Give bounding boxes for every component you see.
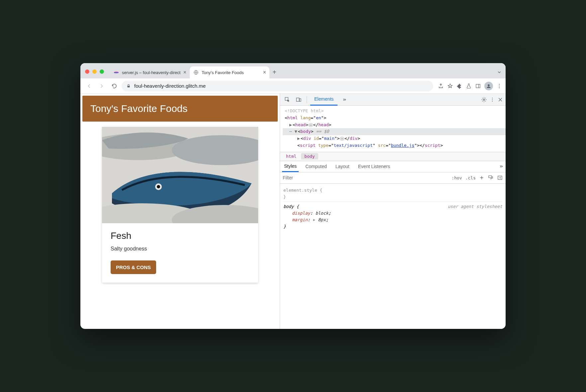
settings-icon[interactable] — [481, 97, 487, 103]
body-rule[interactable]: user agent stylesheet body { display: bl… — [283, 202, 502, 232]
reload-button[interactable] — [109, 81, 120, 91]
html-open-row[interactable]: <html lang="en"> — [283, 115, 506, 122]
svg-point-21 — [492, 101, 493, 101]
div-main-row[interactable]: ▶<div id="main">⋯</div> — [283, 135, 506, 142]
more-panels-icon[interactable] — [340, 95, 349, 104]
svg-rect-2 — [476, 84, 480, 88]
pros-cons-button[interactable]: PROS & CONS — [111, 260, 156, 274]
svg-point-5 — [499, 84, 500, 84]
styles-subtabs: Styles Computed Layout Event Listeners — [280, 161, 506, 172]
element-style-rule[interactable]: element.style { } — [283, 186, 502, 202]
crumb-html[interactable]: html — [283, 153, 300, 159]
extensions-icon[interactable] — [456, 83, 462, 89]
computed-tab[interactable]: Computed — [303, 161, 329, 172]
window-controls — [85, 69, 104, 74]
script-row[interactable]: <script type="text/javascript" src="bund… — [283, 142, 506, 149]
tab-serverjs[interactable]: server.js – foul-heavenly-direct × — [110, 66, 190, 78]
card-body: Fesh Salty goodness PROS & CONS — [102, 223, 258, 283]
browser-window: server.js – foul-heavenly-direct × Tony'… — [80, 63, 506, 329]
head-row[interactable]: ▶<head>⋯</head> — [283, 122, 506, 129]
share-icon[interactable] — [438, 83, 444, 89]
paint-icon[interactable] — [488, 175, 494, 181]
layout-tab[interactable]: Layout — [334, 161, 351, 172]
svg-point-12 — [157, 185, 160, 188]
cls-toggle[interactable]: .cls — [465, 175, 476, 180]
elements-tab[interactable]: Elements — [310, 94, 338, 106]
svg-point-7 — [499, 87, 500, 88]
back-button[interactable] — [84, 81, 94, 91]
elements-breadcrumb: html body — [280, 152, 506, 161]
doctype-row[interactable]: <!DOCTYPE html> — [283, 108, 506, 115]
menu-icon[interactable] — [496, 83, 502, 89]
svg-rect-16 — [296, 98, 299, 101]
svg-rect-22 — [489, 176, 492, 178]
toolbar: foul-heavenly-direction.glitch.me — [80, 78, 506, 94]
stylesheet-source: user agent stylesheet — [448, 203, 502, 210]
devtools-panel: Elements <!DOCTYPE html> <html lang="en"… — [280, 94, 506, 329]
kebab-icon[interactable] — [490, 97, 495, 102]
styles-tab[interactable]: Styles — [282, 161, 299, 172]
food-card: Fesh Salty goodness PROS & CONS — [102, 127, 258, 283]
svg-point-18 — [483, 99, 485, 100]
card-title: Fesh — [111, 231, 249, 241]
url-text: foul-heavenly-direction.glitch.me — [134, 83, 206, 89]
styles-filter-input[interactable] — [283, 175, 448, 180]
styles-rules[interactable]: element.style { } user agent stylesheet … — [280, 184, 506, 329]
address-bar[interactable]: foul-heavenly-direction.glitch.me — [122, 81, 433, 91]
tab-title: Tony's Favorite Foods — [202, 70, 260, 75]
body-row-selected[interactable]: ⋯ ▼<body> == $0 — [283, 128, 506, 135]
styles-more-icon[interactable] — [498, 164, 504, 169]
minimize-window-icon[interactable] — [92, 69, 97, 74]
tab-bar: server.js – foul-heavenly-direct × Tony'… — [80, 63, 506, 78]
star-icon[interactable] — [447, 83, 453, 89]
food-image — [102, 127, 258, 223]
svg-point-20 — [492, 99, 493, 100]
globe-favicon-icon — [193, 69, 199, 75]
svg-rect-1 — [128, 86, 130, 87]
svg-rect-17 — [299, 99, 301, 101]
new-tab-button[interactable]: + — [269, 67, 279, 77]
sidepanel-icon[interactable] — [475, 83, 481, 89]
profile-avatar[interactable] — [484, 82, 493, 90]
svg-point-19 — [492, 98, 493, 98]
tabs: server.js – foul-heavenly-direct × Tony'… — [110, 66, 496, 78]
new-rule-icon[interactable] — [479, 175, 484, 180]
svg-point-6 — [499, 85, 500, 86]
tab-favorite-foods[interactable]: Tony's Favorite Foods × — [190, 66, 269, 78]
lock-icon — [126, 84, 131, 88]
elements-tree[interactable]: <!DOCTYPE html> <html lang="en"> ▶<head>… — [280, 106, 506, 152]
page-header: Tony's Favorite Foods — [82, 96, 278, 122]
close-devtools-icon[interactable] — [498, 97, 503, 102]
maximize-window-icon[interactable] — [100, 69, 104, 74]
devtools-toolbar: Elements — [280, 94, 506, 106]
close-tab-icon[interactable]: × — [183, 69, 186, 75]
svg-point-4 — [488, 84, 490, 86]
close-window-icon[interactable] — [85, 69, 89, 74]
devtools-body: <!DOCTYPE html> <html lang="en"> ▶<head>… — [280, 106, 506, 329]
event-listeners-tab[interactable]: Event Listeners — [356, 161, 392, 172]
close-tab-icon[interactable]: × — [263, 69, 266, 75]
card-description: Salty goodness — [111, 246, 249, 252]
device-toggle-icon[interactable] — [294, 95, 303, 104]
devtools-right-controls — [481, 97, 503, 103]
page-viewport[interactable]: Tony's Favorite Foods — [80, 94, 280, 329]
tab-dropdown-icon[interactable] — [496, 69, 502, 75]
toolbar-actions — [438, 82, 502, 90]
hov-toggle[interactable]: :hov — [451, 175, 462, 180]
forward-button[interactable] — [96, 81, 107, 91]
crumb-body[interactable]: body — [301, 153, 318, 159]
inspect-icon[interactable] — [283, 95, 292, 104]
content-area: Tony's Favorite Foods — [80, 94, 506, 329]
divider — [307, 96, 307, 103]
glitch-favicon-icon — [113, 69, 119, 75]
labs-icon[interactable] — [466, 83, 472, 89]
toggle-sidebar-icon[interactable] — [497, 175, 503, 181]
styles-filter-row: :hov .cls — [280, 172, 506, 184]
tab-title: server.js – foul-heavenly-direct — [122, 70, 181, 75]
